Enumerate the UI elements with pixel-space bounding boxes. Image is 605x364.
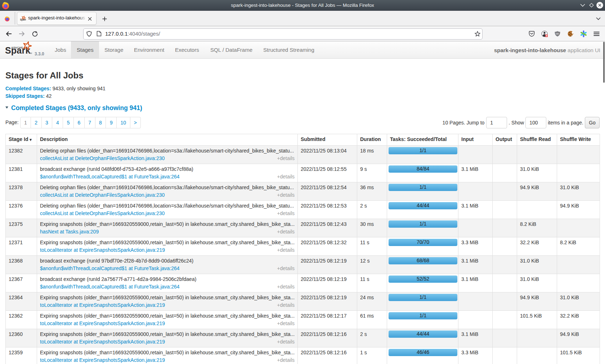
svg-text:UO: UO <box>556 33 559 35</box>
svg-text:Spark: Spark <box>20 18 26 21</box>
